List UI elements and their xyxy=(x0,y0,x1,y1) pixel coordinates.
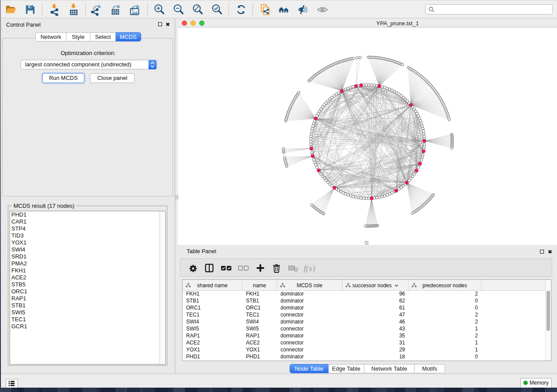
network-hub-node[interactable] xyxy=(422,150,425,153)
zoom-fit-icon[interactable] xyxy=(192,3,204,16)
float-table-panel-icon[interactable] xyxy=(540,250,544,254)
table-row[interactable]: STB1STB1dominator620 xyxy=(183,298,547,305)
table-cell[interactable]: ACE2 xyxy=(183,340,242,347)
network-hub-node[interactable] xyxy=(415,169,418,172)
run-mcds-button[interactable]: Run MCDS xyxy=(42,73,84,83)
network-node[interactable] xyxy=(310,132,313,135)
table-cell[interactable]: TEC1 xyxy=(242,312,277,319)
zoom-selected-icon[interactable] xyxy=(211,3,223,16)
mcds-result-item[interactable]: RAP1 xyxy=(10,295,165,302)
network-hub-node[interactable] xyxy=(405,181,408,184)
network-node[interactable] xyxy=(352,195,354,198)
network-node[interactable] xyxy=(354,196,357,199)
export-network-icon[interactable] xyxy=(90,3,102,16)
export-table-icon[interactable] xyxy=(109,3,121,16)
network-node[interactable] xyxy=(408,179,411,182)
network-node[interactable] xyxy=(423,143,426,146)
network-leaf-node[interactable] xyxy=(353,57,355,60)
delete-column-icon[interactable] xyxy=(273,264,280,275)
table-cell[interactable]: PHD1 xyxy=(183,354,242,361)
mcds-result-item[interactable]: PHD1 xyxy=(10,211,165,218)
network-node[interactable] xyxy=(421,124,423,127)
table-cell[interactable]: 18 xyxy=(343,354,408,361)
table-cell[interactable]: connector xyxy=(277,312,343,319)
network-graph-canvas[interactable] xyxy=(178,28,557,245)
table-cell[interactable]: FKH1 xyxy=(242,291,277,298)
mcds-result-item[interactable]: PMA2 xyxy=(10,260,165,267)
apply-layout-icon[interactable] xyxy=(235,3,247,16)
table-cell[interactable]: SWI4 xyxy=(183,319,242,326)
network-node[interactable] xyxy=(421,156,423,159)
import-table-icon[interactable] xyxy=(67,3,80,16)
network-leaf-node[interactable] xyxy=(359,56,361,59)
network-node[interactable] xyxy=(310,135,312,138)
table-tab-network-table[interactable]: Network Table xyxy=(364,364,415,373)
network-hub-node[interactable] xyxy=(317,169,320,172)
table-cell[interactable]: connector xyxy=(277,326,343,333)
mcds-result-item[interactable]: CAR1 xyxy=(10,218,165,225)
search-input[interactable] xyxy=(437,5,550,14)
control-tab-mcds[interactable]: MCDS xyxy=(116,32,141,41)
network-node[interactable] xyxy=(423,146,426,148)
network-hub-node[interactable] xyxy=(354,85,357,88)
clone-network-icon[interactable] xyxy=(259,3,271,16)
table-cell[interactable]: dominator xyxy=(277,354,343,361)
network-node[interactable] xyxy=(337,92,340,94)
network-window-titlebar[interactable]: YPA_prune.txt_1 xyxy=(178,19,557,28)
table-cell[interactable]: 2 xyxy=(408,333,481,340)
add-column-icon[interactable] xyxy=(256,264,265,274)
task-history-button[interactable] xyxy=(6,379,18,388)
network-node[interactable] xyxy=(378,196,381,199)
table-cell[interactable]: 2 xyxy=(408,319,481,326)
table-cell[interactable]: STB1 xyxy=(183,298,242,305)
table-cell[interactable]: 62 xyxy=(343,298,408,305)
network-node[interactable] xyxy=(311,127,314,130)
network-hub-node[interactable] xyxy=(314,117,317,120)
table-cell[interactable]: 0 xyxy=(408,354,481,361)
table-cell[interactable]: 1 xyxy=(408,340,481,347)
network-node[interactable] xyxy=(365,197,367,199)
table-cell[interactable]: dominator xyxy=(277,298,343,305)
network-hub-node[interactable] xyxy=(370,197,373,200)
first-neighbors-icon[interactable] xyxy=(278,3,290,16)
network-node[interactable] xyxy=(349,86,352,89)
network-hub-node[interactable] xyxy=(409,103,412,107)
network-hub-node[interactable] xyxy=(311,155,314,158)
split-columns-icon[interactable] xyxy=(205,264,214,274)
table-cell[interactable]: SWI4 xyxy=(242,319,277,326)
mcds-result-item[interactable]: YOX1 xyxy=(10,239,165,246)
table-tab-edge-table[interactable]: Edge Table xyxy=(329,364,364,373)
network-node[interactable] xyxy=(383,86,386,89)
network-node[interactable] xyxy=(422,132,425,135)
mcds-result-item[interactable]: STB5 xyxy=(10,281,165,288)
deselect-all-checkboxes-icon[interactable] xyxy=(238,264,249,274)
table-cell[interactable]: FKH1 xyxy=(183,291,242,298)
table-cell[interactable]: connector xyxy=(277,340,343,347)
network-node[interactable] xyxy=(381,86,384,88)
mcds-result-item[interactable]: STB1 xyxy=(10,302,165,309)
network-node[interactable] xyxy=(312,158,315,161)
table-cell[interactable]: dominator xyxy=(277,291,343,298)
table-cell[interactable]: 47 xyxy=(343,312,408,319)
table-cell[interactable]: 35 xyxy=(343,333,408,340)
network-node[interactable] xyxy=(376,196,378,199)
criterion-select[interactable]: largest connected component (undirected) xyxy=(21,60,157,69)
table-cell[interactable]: TEC1 xyxy=(183,312,242,319)
mcds-result-item[interactable]: FKH1 xyxy=(10,267,165,274)
table-cell[interactable]: 61 xyxy=(343,305,408,312)
control-tab-style[interactable]: Style xyxy=(66,32,90,41)
window-close-light[interactable] xyxy=(182,21,187,26)
mcds-result-item[interactable]: ORC1 xyxy=(10,288,165,295)
network-node[interactable] xyxy=(386,193,388,196)
network-node[interactable] xyxy=(360,197,362,199)
save-session-icon[interactable] xyxy=(24,3,36,16)
network-leaf-node[interactable] xyxy=(284,156,286,159)
network-node[interactable] xyxy=(347,87,349,89)
network-node[interactable] xyxy=(352,86,354,88)
table-cell[interactable]: YOX1 xyxy=(183,347,242,354)
table-cell[interactable]: dominator xyxy=(277,305,343,312)
table-cell[interactable]: SWI5 xyxy=(242,326,277,333)
mcds-result-item[interactable]: STP4 xyxy=(10,225,165,232)
table-cell[interactable]: 1 xyxy=(408,326,481,333)
table-cell[interactable]: 43 xyxy=(343,326,408,333)
